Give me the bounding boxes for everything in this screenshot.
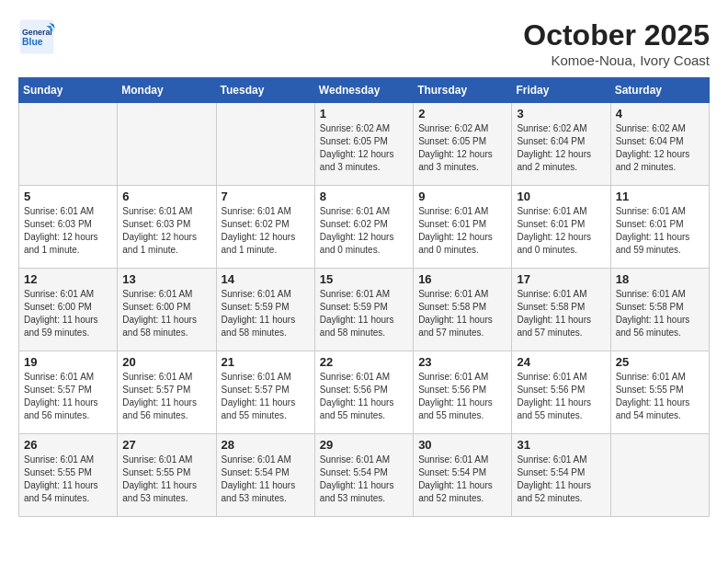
day-number: 1 xyxy=(320,107,408,121)
day-cell-14: 14Sunrise: 6:01 AM Sunset: 5:59 PM Dayli… xyxy=(216,269,314,351)
week-row-1: 1Sunrise: 6:02 AM Sunset: 6:05 PM Daylig… xyxy=(19,103,710,186)
logo-icon: General Blue xyxy=(18,18,55,55)
location-title: Komoe-Noua, Ivory Coast xyxy=(523,52,710,68)
day-info: Sunrise: 6:01 AM Sunset: 5:58 PM Dayligh… xyxy=(616,288,704,339)
day-cell-1: 1Sunrise: 6:02 AM Sunset: 6:05 PM Daylig… xyxy=(314,103,413,186)
day-cell-8: 8Sunrise: 6:01 AM Sunset: 6:02 PM Daylig… xyxy=(314,186,413,269)
day-number: 5 xyxy=(24,190,112,203)
day-number: 18 xyxy=(616,272,704,286)
weekday-header-friday: Friday xyxy=(512,78,610,103)
day-number: 20 xyxy=(122,355,210,369)
month-title: October 2025 xyxy=(523,18,710,52)
day-info: Sunrise: 6:01 AM Sunset: 5:58 PM Dayligh… xyxy=(418,288,506,339)
day-number: 17 xyxy=(517,272,605,286)
day-info: Sunrise: 6:01 AM Sunset: 5:59 PM Dayligh… xyxy=(222,288,310,339)
day-info: Sunrise: 6:01 AM Sunset: 5:58 PM Dayligh… xyxy=(517,288,605,339)
day-info: Sunrise: 6:01 AM Sunset: 6:03 PM Dayligh… xyxy=(24,205,112,257)
day-info: Sunrise: 6:01 AM Sunset: 6:02 PM Dayligh… xyxy=(222,205,310,257)
day-info: Sunrise: 6:01 AM Sunset: 5:59 PM Dayligh… xyxy=(320,288,408,339)
day-cell-9: 9Sunrise: 6:01 AM Sunset: 6:01 PM Daylig… xyxy=(414,186,512,269)
day-number: 7 xyxy=(222,190,310,203)
day-number: 9 xyxy=(418,190,506,203)
weekday-header-monday: Monday xyxy=(118,78,216,103)
day-number: 4 xyxy=(616,107,704,121)
svg-text:Blue: Blue xyxy=(22,37,43,47)
day-cell-29: 29Sunrise: 6:01 AM Sunset: 5:54 PM Dayli… xyxy=(314,434,413,517)
day-cell-28: 28Sunrise: 6:01 AM Sunset: 5:54 PM Dayli… xyxy=(216,434,314,517)
day-cell-4: 4Sunrise: 6:02 AM Sunset: 6:04 PM Daylig… xyxy=(610,103,709,186)
day-info: Sunrise: 6:01 AM Sunset: 5:57 PM Dayligh… xyxy=(122,371,210,422)
day-info: Sunrise: 6:01 AM Sunset: 5:57 PM Dayligh… xyxy=(222,371,310,422)
day-number: 16 xyxy=(418,272,506,286)
day-info: Sunrise: 6:02 AM Sunset: 6:04 PM Dayligh… xyxy=(517,122,605,174)
day-number: 30 xyxy=(418,438,506,452)
day-cell-6: 6Sunrise: 6:01 AM Sunset: 6:03 PM Daylig… xyxy=(118,186,216,269)
day-info: Sunrise: 6:02 AM Sunset: 6:04 PM Dayligh… xyxy=(616,122,704,174)
weekday-header-thursday: Thursday xyxy=(414,78,512,103)
day-info: Sunrise: 6:02 AM Sunset: 6:05 PM Dayligh… xyxy=(418,122,506,174)
empty-cell xyxy=(118,103,216,186)
day-info: Sunrise: 6:01 AM Sunset: 5:54 PM Dayligh… xyxy=(222,454,310,505)
empty-cell xyxy=(19,103,118,186)
day-cell-10: 10Sunrise: 6:01 AM Sunset: 6:01 PM Dayli… xyxy=(512,186,610,269)
day-number: 19 xyxy=(24,355,112,369)
day-info: Sunrise: 6:01 AM Sunset: 5:55 PM Dayligh… xyxy=(122,454,210,505)
day-cell-19: 19Sunrise: 6:01 AM Sunset: 5:57 PM Dayli… xyxy=(19,351,118,434)
day-number: 31 xyxy=(517,438,605,452)
day-cell-3: 3Sunrise: 6:02 AM Sunset: 6:04 PM Daylig… xyxy=(512,103,610,186)
day-number: 15 xyxy=(320,272,408,286)
day-info: Sunrise: 6:01 AM Sunset: 6:01 PM Dayligh… xyxy=(418,205,506,257)
svg-text:General: General xyxy=(22,28,52,37)
day-cell-25: 25Sunrise: 6:01 AM Sunset: 5:55 PM Dayli… xyxy=(610,351,709,434)
day-number: 8 xyxy=(320,190,408,203)
day-info: Sunrise: 6:01 AM Sunset: 5:55 PM Dayligh… xyxy=(24,454,112,505)
day-number: 26 xyxy=(24,438,112,452)
day-info: Sunrise: 6:01 AM Sunset: 6:00 PM Dayligh… xyxy=(24,288,112,339)
day-info: Sunrise: 6:01 AM Sunset: 5:56 PM Dayligh… xyxy=(418,371,506,422)
day-cell-12: 12Sunrise: 6:01 AM Sunset: 6:00 PM Dayli… xyxy=(19,269,118,351)
day-info: Sunrise: 6:01 AM Sunset: 5:54 PM Dayligh… xyxy=(418,454,506,505)
weekday-header-tuesday: Tuesday xyxy=(216,78,314,103)
calendar-table: SundayMondayTuesdayWednesdayThursdayFrid… xyxy=(18,77,710,517)
empty-cell xyxy=(216,103,314,186)
day-cell-20: 20Sunrise: 6:01 AM Sunset: 5:57 PM Dayli… xyxy=(118,351,216,434)
page-header: General Blue October 2025 Komoe-Noua, Iv… xyxy=(18,18,710,68)
day-number: 21 xyxy=(222,355,310,369)
weekday-header-row: SundayMondayTuesdayWednesdayThursdayFrid… xyxy=(19,78,710,103)
day-number: 13 xyxy=(122,272,210,286)
day-number: 10 xyxy=(517,190,605,203)
day-cell-7: 7Sunrise: 6:01 AM Sunset: 6:02 PM Daylig… xyxy=(216,186,314,269)
day-cell-30: 30Sunrise: 6:01 AM Sunset: 5:54 PM Dayli… xyxy=(414,434,512,517)
day-info: Sunrise: 6:01 AM Sunset: 5:57 PM Dayligh… xyxy=(24,371,112,422)
day-number: 14 xyxy=(222,272,310,286)
day-number: 2 xyxy=(418,107,506,121)
day-number: 3 xyxy=(517,107,605,121)
day-cell-24: 24Sunrise: 6:01 AM Sunset: 5:56 PM Dayli… xyxy=(512,351,610,434)
day-cell-13: 13Sunrise: 6:01 AM Sunset: 6:00 PM Dayli… xyxy=(118,269,216,351)
day-cell-21: 21Sunrise: 6:01 AM Sunset: 5:57 PM Dayli… xyxy=(216,351,314,434)
weekday-header-sunday: Sunday xyxy=(19,78,118,103)
day-info: Sunrise: 6:01 AM Sunset: 5:55 PM Dayligh… xyxy=(616,371,704,422)
day-number: 29 xyxy=(320,438,408,452)
day-cell-5: 5Sunrise: 6:01 AM Sunset: 6:03 PM Daylig… xyxy=(19,186,118,269)
day-cell-11: 11Sunrise: 6:01 AM Sunset: 6:01 PM Dayli… xyxy=(610,186,709,269)
day-info: Sunrise: 6:01 AM Sunset: 5:54 PM Dayligh… xyxy=(320,454,408,505)
day-cell-27: 27Sunrise: 6:01 AM Sunset: 5:55 PM Dayli… xyxy=(118,434,216,517)
day-info: Sunrise: 6:01 AM Sunset: 6:00 PM Dayligh… xyxy=(122,288,210,339)
day-info: Sunrise: 6:01 AM Sunset: 5:54 PM Dayligh… xyxy=(517,454,605,505)
day-cell-23: 23Sunrise: 6:01 AM Sunset: 5:56 PM Dayli… xyxy=(414,351,512,434)
day-cell-2: 2Sunrise: 6:02 AM Sunset: 6:05 PM Daylig… xyxy=(414,103,512,186)
week-row-3: 12Sunrise: 6:01 AM Sunset: 6:00 PM Dayli… xyxy=(19,269,710,351)
day-number: 11 xyxy=(616,190,704,203)
day-cell-16: 16Sunrise: 6:01 AM Sunset: 5:58 PM Dayli… xyxy=(414,269,512,351)
day-cell-31: 31Sunrise: 6:01 AM Sunset: 5:54 PM Dayli… xyxy=(512,434,610,517)
week-row-4: 19Sunrise: 6:01 AM Sunset: 5:57 PM Dayli… xyxy=(19,351,710,434)
day-number: 28 xyxy=(222,438,310,452)
day-info: Sunrise: 6:01 AM Sunset: 6:02 PM Dayligh… xyxy=(320,205,408,257)
weekday-header-wednesday: Wednesday xyxy=(314,78,413,103)
day-cell-26: 26Sunrise: 6:01 AM Sunset: 5:55 PM Dayli… xyxy=(19,434,118,517)
week-row-5: 26Sunrise: 6:01 AM Sunset: 5:55 PM Dayli… xyxy=(19,434,710,517)
day-number: 27 xyxy=(122,438,210,452)
day-number: 22 xyxy=(320,355,408,369)
day-info: Sunrise: 6:01 AM Sunset: 6:01 PM Dayligh… xyxy=(616,205,704,257)
